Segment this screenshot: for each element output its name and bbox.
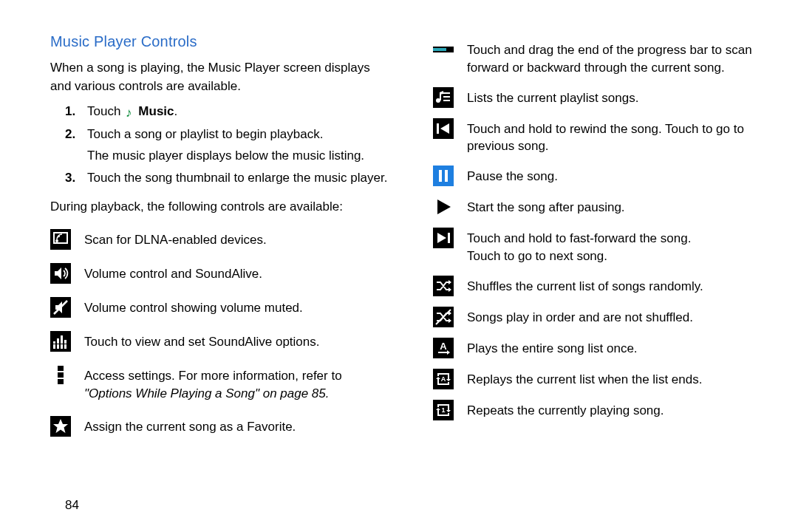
svg-text:1: 1 <box>441 406 445 414</box>
control-desc: Start the song after pausing. <box>467 197 771 216</box>
svg-rect-31 <box>445 170 448 182</box>
svg-rect-12 <box>61 335 63 344</box>
svg-rect-10 <box>57 338 59 344</box>
control-row-repeat-all: A Replays the current list when the list… <box>433 369 771 389</box>
svg-rect-8 <box>53 341 55 344</box>
play-icon <box>433 197 454 217</box>
control-desc: Touch and hold to fast-forward the song.… <box>467 228 771 265</box>
step-text: Touch the song thumbnail to enlarge the … <box>87 169 389 188</box>
svg-rect-7 <box>53 344 55 349</box>
dlna-icon <box>50 229 71 250</box>
section-heading: Music Player Controls <box>50 33 389 50</box>
step-3: 3. Touch the song thumbnail to enlarge t… <box>50 169 389 188</box>
control-desc: Scan for DLNA-enabled devices. <box>84 229 389 249</box>
control-desc: Repeats the currently playing song. <box>467 400 771 420</box>
previous-track-icon <box>433 118 454 139</box>
control-row-volume: Volume control and SoundAlive. <box>50 263 389 284</box>
control-desc: Access settings. For more information, r… <box>84 365 389 403</box>
step-2: 2. Touch a song or playlist to begin pla… <box>50 126 389 165</box>
step-subtext: The music player displays below the musi… <box>87 147 389 166</box>
control-row-shuffle-off: Songs play in order and are not shuffled… <box>433 307 771 327</box>
step-text: Touch a song or playlist to begin playba… <box>87 127 323 141</box>
control-row-pause: Pause the song. <box>433 166 771 186</box>
control-row-shuffle-on: Shuffles the current list of songs rando… <box>433 276 771 296</box>
during-text: During playback, the following controls … <box>50 198 389 216</box>
control-row-settings: Access settings. For more information, r… <box>50 365 389 403</box>
control-desc: Touch and drag the end of the progress b… <box>467 39 771 77</box>
control-row-repeat-one: 1 Repeats the currently playing song. <box>433 400 771 420</box>
step-number: 2. <box>50 126 87 165</box>
volume-icon <box>50 263 71 284</box>
control-desc: Assign the current song as a Favorite. <box>84 416 389 436</box>
svg-text:A: A <box>441 375 446 383</box>
control-row-eq: Touch to view and set SoundAlive options… <box>50 331 389 352</box>
control-desc: Touch and hold to rewind the song. Touch… <box>467 118 771 156</box>
shuffle-on-icon <box>433 276 454 296</box>
pause-icon <box>433 166 454 186</box>
favorite-star-icon <box>50 416 71 437</box>
control-row-play-once: A Plays the entire song list once. <box>433 338 771 358</box>
svg-rect-9 <box>57 344 59 349</box>
volume-muted-icon <box>50 297 71 318</box>
svg-rect-20 <box>433 48 446 51</box>
svg-text:A: A <box>440 341 447 352</box>
control-row-muted: Volume control showing volume muted. <box>50 297 389 318</box>
page-number: 84 <box>65 498 79 513</box>
step-number: 1. <box>50 103 87 121</box>
step-1: 1. Touch ♪ Music. <box>50 103 389 121</box>
control-desc: Plays the entire song list once. <box>467 338 771 358</box>
control-row-playlist: Lists the current playlist songs. <box>433 87 771 108</box>
control-desc: Touch to view and set SoundAlive options… <box>84 331 389 351</box>
control-row-favorite: Assign the current song as a Favorite. <box>50 416 389 437</box>
svg-rect-16 <box>58 372 64 378</box>
svg-rect-11 <box>61 344 63 349</box>
control-row-next: Touch and hold to fast-forward the song.… <box>433 228 771 265</box>
svg-rect-13 <box>64 344 66 349</box>
svg-rect-14 <box>64 340 66 344</box>
control-desc: Pause the song. <box>467 166 771 185</box>
intro-text: When a song is playing, the Music Player… <box>50 59 389 95</box>
progress-bar-icon <box>433 39 454 60</box>
step-text: . <box>174 104 178 118</box>
page-content: Music Player Controls When a song is pla… <box>0 0 798 465</box>
playlist-icon <box>433 87 454 108</box>
equalizer-icon <box>50 331 71 352</box>
control-desc: Shuffles the current list of songs rando… <box>467 276 771 296</box>
right-column: Touch and drag the end of the progress b… <box>433 33 771 450</box>
control-row-dlna: Scan for DLNA-enabled devices. <box>50 229 389 250</box>
control-row-play: Start the song after pausing. <box>433 197 771 217</box>
music-app-label: Music <box>138 104 174 118</box>
svg-rect-30 <box>439 170 442 182</box>
svg-rect-17 <box>58 379 64 384</box>
control-desc: Volume control and SoundAlive. <box>84 263 389 283</box>
svg-point-2 <box>55 239 58 242</box>
steps-list: 1. Touch ♪ Music. 2. Touch a song or pla… <box>50 103 389 188</box>
svg-rect-33 <box>448 233 450 243</box>
control-desc: Volume control showing volume muted. <box>84 297 389 317</box>
control-desc: Songs play in order and are not shuffled… <box>467 307 771 327</box>
control-row-previous: Touch and hold to rewind the song. Touch… <box>433 118 771 156</box>
step-number: 3. <box>50 169 87 188</box>
shuffle-off-icon <box>433 307 454 327</box>
play-once-icon: A <box>433 338 454 358</box>
step-text: Touch <box>87 104 120 118</box>
right-icon-list: Touch and drag the end of the progress b… <box>433 39 771 420</box>
left-column: Music Player Controls When a song is pla… <box>50 33 389 450</box>
next-track-icon <box>433 228 454 248</box>
repeat-all-icon: A <box>433 369 454 389</box>
svg-rect-15 <box>58 366 64 371</box>
cross-reference: "Options While Playing a Song" on page 8… <box>84 385 389 403</box>
control-row-progress: Touch and drag the end of the progress b… <box>433 39 771 77</box>
music-note-icon: ♪ <box>126 104 132 123</box>
control-desc: Replays the current list when the list e… <box>467 369 771 389</box>
settings-menu-icon <box>50 365 71 386</box>
left-icon-list: Scan for DLNA-enabled devices. Volume co… <box>50 229 389 437</box>
control-desc: Lists the current playlist songs. <box>467 87 771 107</box>
svg-rect-28 <box>437 123 439 134</box>
repeat-one-icon: 1 <box>433 400 454 420</box>
svg-rect-29 <box>433 166 454 186</box>
